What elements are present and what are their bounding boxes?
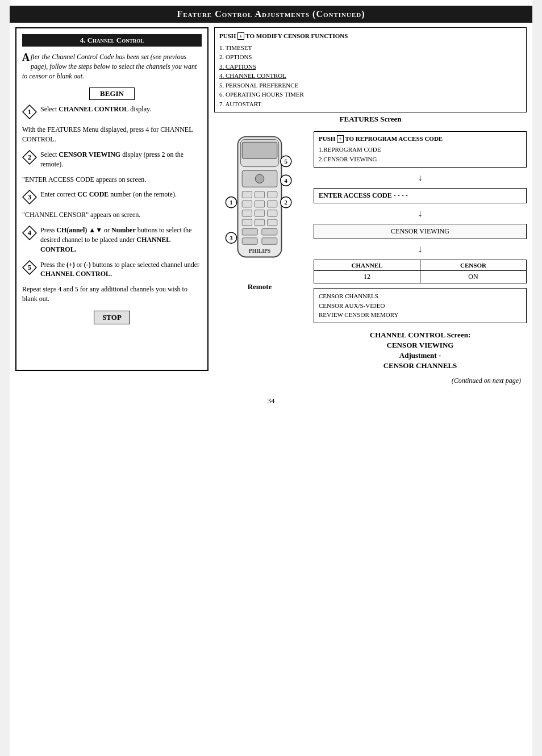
step-4: 4 Press CH(annel) ▲▼ or Number buttons t… (22, 225, 202, 254)
reprogram-item-1: 1.REPROGRAM CODE (319, 145, 522, 154)
svg-text:4: 4 (28, 229, 31, 237)
reprogram-box: PUSH + TO REPROGRAM ACCESS CODE 1.REPROG… (314, 131, 527, 168)
stop-box: STOP (94, 311, 130, 324)
svg-text:4: 4 (285, 178, 288, 184)
svg-text:3: 3 (230, 235, 232, 241)
step-2: 2 Select CENSOR VIEWING display (press 2… (22, 150, 202, 169)
access-code-box: ENTER ACCESS CODE - - - - (314, 188, 527, 203)
remote-label: Remote (248, 282, 272, 291)
menu-item-2: 2. OPTIONS (219, 52, 522, 62)
svg-rect-18 (242, 201, 252, 207)
svg-rect-20 (267, 201, 277, 207)
channel-censor-values: 12 ON (314, 271, 526, 283)
remote-svg: PHILIPS 5 4 2 1 (220, 131, 299, 279)
reprogram-push: PUSH + TO REPROGRAM ACCESS CODE (319, 135, 522, 142)
enter-access-note: "ENTER ACCESS CODE appears on screen. (22, 175, 202, 185)
svg-rect-22 (255, 210, 264, 217)
arrow-down-2: ↓ (314, 209, 527, 218)
page-number: 34 (268, 396, 275, 405)
reprogram-item-2: 2.CENSOR VIEWING (319, 154, 522, 164)
svg-rect-28 (262, 228, 277, 235)
svg-rect-17 (267, 191, 277, 198)
features-push-line: PUSH + TO MODIFY CENSOR FUNCTIONS (219, 31, 522, 41)
begin-box: BEGIN (89, 87, 135, 100)
menu-item-6: 6. OPERATING HOURS TIMER (219, 90, 522, 99)
svg-rect-25 (255, 219, 264, 226)
reprogram-items: 1.REPROGRAM CODE 2.CENSOR VIEWING (319, 145, 522, 164)
step-2-text: Select CENSOR VIEWING display (press 2 o… (40, 150, 202, 169)
intro-initial: A (22, 52, 30, 62)
censor-viewing-box: CENSOR VIEWING (314, 224, 527, 239)
svg-rect-30 (262, 238, 277, 245)
bottom-item-3: REVIEW CENSOR MEMORY (319, 310, 522, 320)
repeat-text: Repeat steps 4 and 5 for any additional … (22, 285, 202, 304)
step-5: 5 Press the (+) or (-) buttons to place … (22, 260, 202, 279)
svg-rect-12 (242, 142, 277, 158)
channel-censor-note: "CHANNEL CENSOR" appears on screen. (22, 210, 202, 220)
continued-text: (Continued on next page) (10, 377, 532, 385)
svg-rect-19 (255, 201, 264, 207)
svg-rect-24 (242, 219, 252, 226)
features-screen-box: PUSH + TO MODIFY CENSOR FUNCTIONS 1. TIM… (214, 27, 527, 112)
step-4-text: Press CH(annel) ▲▼ or Number buttons to … (40, 225, 202, 254)
svg-text:PHILIPS: PHILIPS (249, 248, 270, 254)
svg-rect-21 (242, 210, 252, 217)
channel-censor-header: CHANNEL CENSOR (314, 260, 526, 271)
step-3: 3 Enter correct CC CODE number (on the r… (22, 190, 202, 204)
step-1-text: Select CHANNEL CONTROL display. (40, 105, 202, 114)
stop-wrapper: STOP (22, 311, 202, 324)
svg-rect-23 (267, 210, 277, 217)
page-title: Feature Control Adjustments (Continued) (10, 6, 532, 23)
svg-text:1: 1 (28, 108, 31, 116)
svg-point-14 (255, 174, 264, 183)
channel-header: CHANNEL (314, 260, 420, 270)
arrow-down-3: ↓ (314, 245, 527, 254)
remote-image-section: PHILIPS 5 4 2 1 (214, 131, 305, 371)
svg-rect-26 (267, 219, 277, 226)
right-screens: PUSH + TO REPROGRAM ACCESS CODE 1.REPROG… (314, 131, 527, 371)
intro-body: fter the Channel Control Code has been s… (22, 53, 197, 80)
svg-text:5: 5 (28, 264, 31, 272)
channel-control-label: CHANNEL CONTROL Screen: CENSOR VIEWING A… (314, 330, 527, 371)
svg-rect-27 (242, 228, 257, 235)
left-column: 4. Channel Control A fter the Channel Co… (15, 27, 209, 371)
step-2-icon: 2 (22, 150, 37, 165)
section-header: 4. Channel Control (22, 34, 202, 47)
step-3-text: Enter correct CC CODE number (on the rem… (40, 190, 202, 199)
censor-header: CENSOR (420, 260, 526, 270)
bottom-item-2: CENSOR AUX/S-VIDEO (319, 301, 522, 311)
svg-text:1: 1 (230, 199, 232, 206)
step-1-icon: 1 (22, 105, 37, 119)
bottom-screen-box: CENSOR CHANNELS CENSOR AUX/S-VIDEO REVIE… (314, 288, 527, 323)
page: Feature Control Adjustments (Continued) … (10, 0, 532, 756)
menu-item-3: 3. CAPTIONS (219, 62, 522, 72)
step-5-text: Press the (+) or (-) buttons to place se… (40, 260, 202, 279)
svg-rect-15 (242, 191, 252, 198)
step-5-icon: 5 (22, 260, 37, 275)
menu-item-5: 5. PERSONAL PREFERENCE (219, 81, 522, 90)
intro-text: A fter the Channel Control Code has been… (22, 52, 202, 81)
menu-item-4: 4. CHANNEL CONTROL (219, 71, 522, 81)
svg-text:3: 3 (28, 193, 31, 201)
menu-item-1: 1. TIMESET (219, 43, 522, 53)
page-footer: 34 (10, 396, 532, 411)
svg-text:2: 2 (285, 199, 287, 206)
svg-text:5: 5 (285, 158, 287, 165)
menu-item-7: 7. AUTOSTART (219, 99, 522, 109)
step-4-icon: 4 (22, 225, 37, 240)
step-1: 1 Select CHANNEL CONTROL display. (22, 105, 202, 119)
channel-value: 12 (314, 271, 420, 283)
bottom-item-1: CENSOR CHANNELS (319, 291, 522, 301)
features-screen-label: FEATURES Screen (214, 115, 527, 124)
svg-text:2: 2 (28, 153, 31, 161)
step-3-icon: 3 (22, 190, 37, 204)
begin-wrapper: BEGIN (22, 87, 202, 100)
remote-section: PHILIPS 5 4 2 1 (214, 131, 527, 371)
censor-value: ON (420, 271, 526, 283)
arrow-down-1: ↓ (314, 173, 527, 182)
features-note: With the FEATURES Menu displayed, press … (22, 125, 202, 144)
svg-rect-29 (242, 238, 257, 245)
svg-rect-16 (255, 191, 264, 198)
right-column: PUSH + TO MODIFY CENSOR FUNCTIONS 1. TIM… (214, 27, 527, 371)
channel-censor-box: CHANNEL CENSOR 12 ON (314, 260, 527, 283)
